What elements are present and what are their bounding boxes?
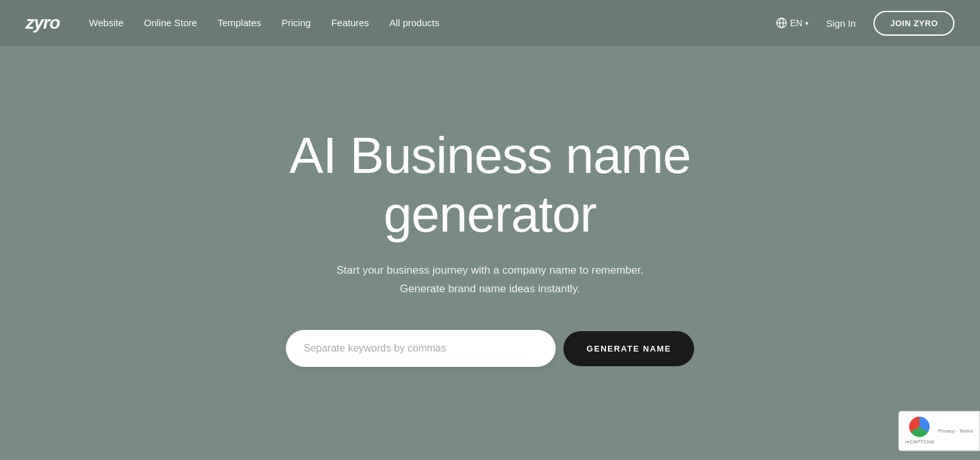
recaptcha-label: reCAPTCHA bbox=[905, 438, 934, 445]
nav-item-pricing: Pricing bbox=[272, 17, 320, 29]
nav-item-templates: Templates bbox=[209, 17, 270, 29]
nav-link-features[interactable]: Features bbox=[322, 12, 378, 33]
nav-left: zyro Website Online Store Templates Pric… bbox=[26, 13, 449, 33]
nav-link-website[interactable]: Website bbox=[80, 12, 133, 33]
nav-link-templates[interactable]: Templates bbox=[209, 12, 270, 33]
hero-section: AI Business name generator Start your bu… bbox=[0, 46, 980, 460]
globe-icon bbox=[776, 17, 787, 29]
hero-form: GENERATE NAME bbox=[286, 330, 694, 367]
recaptcha-links: Privacy - Terms bbox=[938, 427, 973, 434]
chevron-down-icon: ▾ bbox=[805, 20, 808, 27]
nav-item-website: Website bbox=[80, 17, 133, 29]
hero-title: AI Business name generator bbox=[203, 126, 777, 244]
recaptcha-circle-icon bbox=[909, 417, 930, 437]
recaptcha-logo: reCAPTCHA bbox=[905, 417, 934, 445]
nav-item-features: Features bbox=[322, 17, 378, 29]
sign-in-button[interactable]: Sign In bbox=[819, 13, 864, 34]
nav-links: Website Online Store Templates Pricing F… bbox=[80, 17, 449, 29]
hero-subtitle-line2: Generate brand name ideas instantly. bbox=[400, 283, 580, 295]
lang-selector[interactable]: EN ▾ bbox=[776, 17, 808, 29]
generate-name-button[interactable]: GENERATE NAME bbox=[563, 331, 694, 366]
nav-link-pricing[interactable]: Pricing bbox=[272, 12, 320, 33]
nav-item-all-products: All products bbox=[380, 17, 448, 29]
nav-item-online-store: Online Store bbox=[135, 17, 206, 29]
navbar: zyro Website Online Store Templates Pric… bbox=[0, 0, 980, 46]
hero-subtitle-line1: Start your business journey with a compa… bbox=[337, 264, 644, 276]
lang-label: EN bbox=[790, 18, 802, 28]
nav-link-online-store[interactable]: Online Store bbox=[135, 12, 206, 33]
join-button[interactable]: JOIN ZYRO bbox=[873, 11, 954, 36]
logo[interactable]: zyro bbox=[26, 13, 60, 33]
recaptcha-badge: reCAPTCHA Privacy - Terms bbox=[898, 411, 980, 451]
nav-right: EN ▾ Sign In JOIN ZYRO bbox=[776, 11, 954, 36]
nav-link-all-products[interactable]: All products bbox=[380, 12, 448, 33]
hero-subtitle: Start your business journey with a compa… bbox=[337, 262, 644, 299]
keywords-input[interactable] bbox=[286, 330, 556, 367]
